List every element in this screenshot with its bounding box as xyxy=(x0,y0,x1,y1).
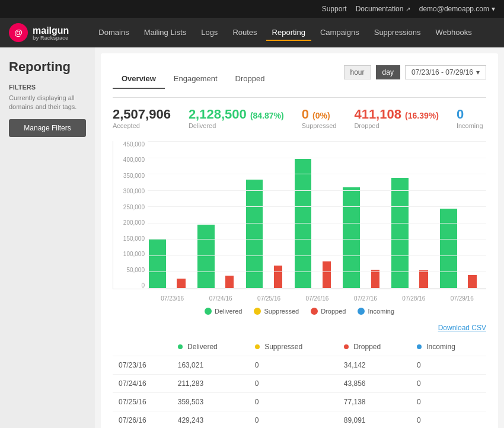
bar-dropped xyxy=(274,266,282,289)
x-label: 07/27/16 xyxy=(342,295,390,302)
chart-container: 450,000 400,000 350,000 300,000 250,000 … xyxy=(113,141,486,289)
sidebar: Reporting FILTERS Currently displaying a… xyxy=(0,47,95,428)
table-row: 07/25/16359,503077,1380 xyxy=(113,393,486,411)
filters-label: FILTERS xyxy=(9,84,86,91)
stat-incoming-number: 0 xyxy=(457,107,483,122)
bar-group xyxy=(391,178,438,289)
x-labels: 07/23/1607/24/1607/25/1607/26/1607/27/16… xyxy=(113,295,486,302)
download-csv-link[interactable]: Download CSV xyxy=(113,324,486,332)
stat-dropped: 411,108 (16.39%) Dropped xyxy=(354,107,438,129)
stat-delivered: 2,128,500 (84.87%) Delivered xyxy=(189,107,284,129)
bar-group xyxy=(295,159,341,289)
bar-delivered xyxy=(149,239,166,289)
x-label: 07/24/16 xyxy=(196,295,244,302)
nav-mailing-lists[interactable]: Mailing Lists xyxy=(138,25,193,41)
day-toggle[interactable]: day xyxy=(376,65,400,79)
y-axis: 450,000 400,000 350,000 300,000 250,000 … xyxy=(113,141,148,289)
tab-engagement[interactable]: Engagement xyxy=(165,69,227,89)
logo-icon: @ xyxy=(9,23,28,42)
legend-suppressed: Suppressed xyxy=(254,308,299,315)
manage-filters-button[interactable]: Manage Filters xyxy=(9,119,86,137)
nav-webhooks[interactable]: Webhooks xyxy=(430,25,478,41)
bar-delivered xyxy=(343,187,360,289)
legend-dot-incoming xyxy=(358,308,365,315)
bar-dropped xyxy=(225,276,234,289)
chart-area: 450,000 400,000 350,000 300,000 250,000 … xyxy=(113,141,486,302)
bar-dropped xyxy=(419,270,428,289)
col-suppressed: Suppressed xyxy=(249,338,338,356)
logo: @ mailgun by Rackspace xyxy=(9,23,69,42)
chart-legend: Delivered Suppressed Dropped Incoming xyxy=(113,308,486,315)
stat-accepted-number: 2,507,906 xyxy=(113,107,171,122)
stat-accepted: 2,507,906 Accepted xyxy=(113,107,171,129)
user-menu[interactable]: demo@demoapp.com ▾ xyxy=(419,5,495,13)
nav-suppressions[interactable]: Suppressions xyxy=(368,25,427,41)
header-controls: hour day 07/23/16 - 07/29/16 ▾ xyxy=(344,65,486,79)
bar-delivered xyxy=(391,178,409,289)
bar-delivered xyxy=(246,180,263,289)
layout: Reporting FILTERS Currently displaying a… xyxy=(0,47,504,428)
bar-group xyxy=(440,209,486,289)
legend-dot-dropped xyxy=(311,308,318,315)
nav-logs[interactable]: Logs xyxy=(195,25,224,41)
topbar: Support Documentation ↗ demo@demoapp.com… xyxy=(0,0,504,18)
tab-dropped[interactable]: Dropped xyxy=(227,69,274,89)
legend-dot-delivered xyxy=(205,308,212,315)
x-label: 07/28/16 xyxy=(390,295,438,302)
stat-suppressed-label: Suppressed xyxy=(302,122,337,129)
bar-group xyxy=(197,225,244,289)
col-date xyxy=(113,338,172,356)
table-header-row: Delivered Suppressed Dropped Incoming xyxy=(113,338,486,356)
stat-dropped-number: 411,108 (16.39%) xyxy=(354,107,438,122)
stat-dropped-label: Dropped xyxy=(354,122,438,129)
table-row: 07/26/16429,243089,0910 xyxy=(113,411,486,429)
legend-dropped: Dropped xyxy=(311,308,346,315)
bar-delivered xyxy=(197,225,215,289)
bar-dropped xyxy=(323,261,331,289)
nav-domains[interactable]: Domains xyxy=(92,25,135,41)
bar-group xyxy=(343,187,389,289)
legend-dot-suppressed xyxy=(254,308,261,315)
stat-accepted-label: Accepted xyxy=(113,122,171,129)
bar-dropped xyxy=(177,279,185,289)
nav-campaigns[interactable]: Campaigns xyxy=(314,25,365,41)
bar-dropped xyxy=(371,270,379,289)
bar-group xyxy=(246,180,292,289)
stats-row: 2,507,906 Accepted 2,128,500 (84.87%) De… xyxy=(113,107,486,129)
filters-desc: Currently displaying all domains and the… xyxy=(9,94,86,112)
main-content: Overview Engagement Dropped hour day 07/… xyxy=(101,53,498,428)
documentation-link[interactable]: Documentation ↗ xyxy=(356,5,410,13)
tab-overview[interactable]: Overview xyxy=(113,69,165,89)
stat-incoming: 0 Incoming xyxy=(457,107,483,129)
col-dropped: Dropped xyxy=(338,338,411,356)
page-title: Reporting xyxy=(9,59,86,75)
bar-group xyxy=(149,239,195,289)
legend-incoming: Incoming xyxy=(358,308,394,315)
stat-suppressed-number: 0 (0%) xyxy=(302,107,337,122)
stat-delivered-number: 2,128,500 (84.87%) xyxy=(189,107,284,122)
chart-bars xyxy=(149,141,486,289)
col-delivered: Delivered xyxy=(172,338,249,356)
x-label: 07/29/16 xyxy=(438,295,486,302)
navbar: @ mailgun by Rackspace Domains Mailing L… xyxy=(0,18,504,47)
x-label: 07/26/16 xyxy=(293,295,341,302)
date-range-picker[interactable]: 07/23/16 - 07/29/16 ▾ xyxy=(405,65,486,79)
bar-delivered xyxy=(440,209,457,289)
stat-delivered-label: Delivered xyxy=(189,122,284,129)
x-label: 07/23/16 xyxy=(148,295,196,302)
nav-links: Domains Mailing Lists Logs Routes Report… xyxy=(92,25,477,41)
col-incoming: Incoming xyxy=(411,338,486,356)
support-link[interactable]: Support xyxy=(322,5,347,13)
tabs: Overview Engagement Dropped xyxy=(113,69,273,88)
bar-delivered xyxy=(295,159,312,289)
x-label: 07/25/16 xyxy=(245,295,293,302)
data-table: Delivered Suppressed Dropped Incoming xyxy=(113,338,486,428)
stat-incoming-label: Incoming xyxy=(457,122,483,129)
stat-suppressed: 0 (0%) Suppressed xyxy=(302,107,337,129)
hour-toggle[interactable]: hour xyxy=(344,65,371,79)
legend-delivered: Delivered xyxy=(205,308,242,315)
nav-routes[interactable]: Routes xyxy=(227,25,263,41)
table-row: 07/23/16163,021034,1420 xyxy=(113,356,486,375)
nav-reporting[interactable]: Reporting xyxy=(266,25,311,41)
bar-dropped xyxy=(468,275,476,289)
